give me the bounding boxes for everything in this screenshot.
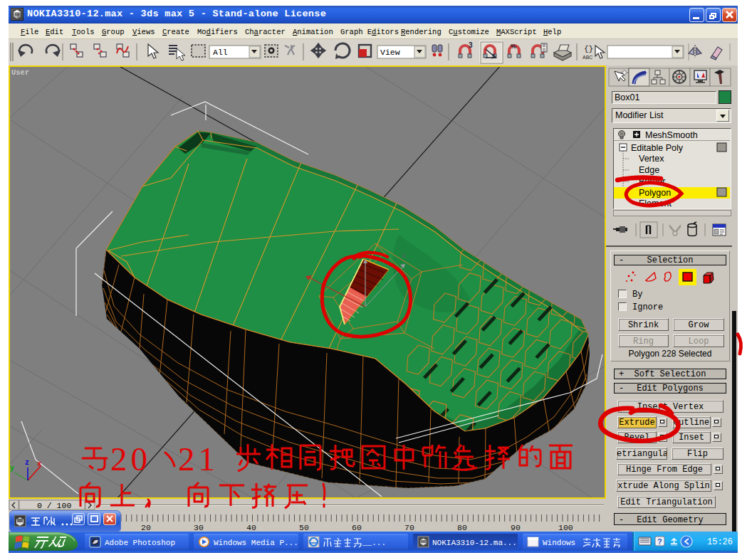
svg-text:User: User	[11, 68, 29, 77]
svg-text:100: 100	[558, 523, 573, 532]
svg-text:60: 60	[352, 523, 362, 532]
svg-text:20: 20	[141, 523, 151, 532]
svg-text:All: All	[213, 48, 228, 57]
svg-text:View: View	[380, 48, 400, 57]
svg-text:%: %	[511, 43, 516, 50]
svg-text:40: 40	[246, 523, 256, 532]
svg-text:x: x	[37, 460, 41, 468]
svg-text:80: 80	[457, 523, 467, 532]
svg-text:x: x	[402, 252, 406, 259]
svg-text:z: z	[25, 459, 29, 467]
svg-text:30: 30	[194, 523, 204, 532]
svg-text:y: y	[10, 465, 14, 472]
svg-text:Polygon: Polygon	[639, 188, 671, 198]
svg-text:90: 90	[511, 523, 521, 532]
svg-text:Vertex: Vertex	[639, 154, 664, 164]
svg-text:3: 3	[469, 41, 473, 49]
svg-text:70: 70	[404, 523, 414, 532]
svg-text:Editable Poly: Editable Poly	[631, 143, 684, 153]
svg-text:NOKIA3310-12.ma...: NOKIA3310-12.ma...	[432, 539, 517, 547]
svg-text:__...: __...	[362, 539, 386, 547]
svg-text:15:26: 15:26	[707, 537, 733, 547]
svg-text:Edge: Edge	[639, 165, 659, 175]
svg-text:Windows Media P...: Windows Media P...	[214, 539, 298, 547]
svg-text:?: ?	[657, 537, 662, 546]
svg-text:Border: Border	[639, 176, 666, 186]
svg-text:Windows: Windows	[543, 539, 575, 547]
svg-text:{}: {}	[584, 45, 593, 53]
svg-text:50: 50	[299, 523, 309, 532]
svg-text:0 / 100: 0 / 100	[37, 501, 71, 510]
svg-text:MeshSmooth: MeshSmooth	[645, 130, 698, 140]
svg-text:ABC: ABC	[583, 55, 592, 60]
svg-text:Element: Element	[639, 199, 672, 208]
svg-text:Adobe Photoshop: Adobe Photoshop	[105, 539, 175, 547]
